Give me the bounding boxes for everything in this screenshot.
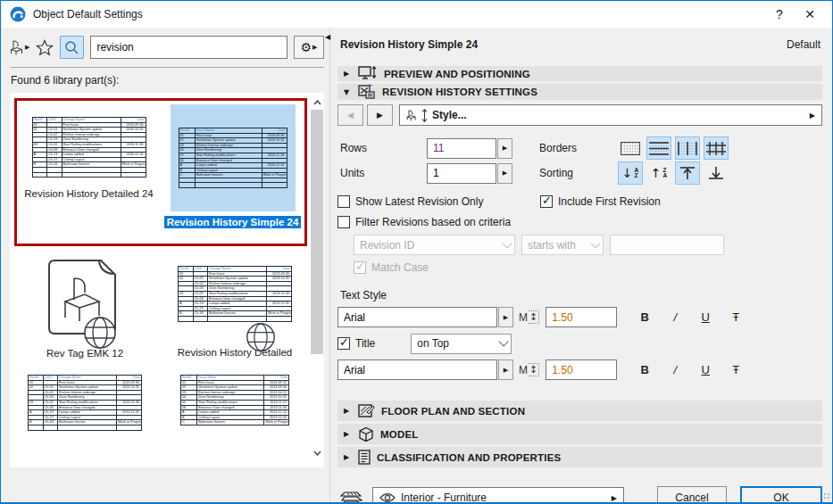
title-font-name-input[interactable] [337, 359, 497, 380]
scrollbar-thumb[interactable] [311, 110, 323, 354]
sort-ascending-button[interactable]: ↑ZA [646, 161, 671, 185]
section-classification-and-properties[interactable]: ▶ CLASSIFICATION AND PROPERTIES [337, 447, 822, 467]
layer-select[interactable]: Interior - Furniture ▶ [372, 487, 624, 504]
font-height-icon: M↕ [519, 310, 539, 324]
panel-splitter[interactable]: ◀ [324, 28, 332, 503]
arrow-to-bottom-icon [707, 165, 725, 181]
filter-revisions-label: Filter Revisions based on criteria [355, 216, 511, 228]
show-latest-revision-label: Show Latest Revision Only [355, 195, 483, 208]
rows-spinner-button[interactable]: ▶ [497, 138, 512, 159]
title-bold-button[interactable]: B [629, 363, 660, 376]
library-item-partial-simple[interactable]: RevIDIssue NameDate01First Issue2013.09.… [160, 375, 310, 431]
default-object-button[interactable]: ▶ [10, 36, 29, 59]
chevron-down-icon [499, 336, 509, 346]
title-font-picker-button[interactable]: ▶ [498, 359, 513, 380]
title-underline-button[interactable]: U [690, 363, 721, 376]
library-item-rev-tag-emk-12[interactable]: Rev Tag EMK 12 [10, 259, 160, 359]
underline-button[interactable]: U [690, 310, 721, 324]
match-case-checkbox[interactable] [354, 261, 366, 274]
library-panel: ▶ ⚙ ▶ [1, 28, 324, 503]
close-button[interactable]: ✕ [795, 7, 825, 21]
archicad-logo-icon [10, 6, 26, 22]
previous-page-button[interactable]: ◀ [337, 104, 363, 126]
filter-criteria-select[interactable]: Revision ID [354, 235, 515, 255]
library-item-partial-detailed[interactable]: RevIDChIDChange NameDate01 First Issue20… [10, 375, 160, 431]
library-item-revision-history-simple-24[interactable]: RevIDIssue NameDate01First Issue2016.09.… [161, 101, 304, 244]
cube-icon [358, 426, 374, 442]
sort-az-icon: ↓AZ [622, 167, 638, 179]
help-button[interactable]: ? [764, 7, 795, 21]
include-first-revision-checkbox[interactable] [540, 195, 553, 208]
units-spinner-button[interactable]: ▶ [497, 163, 512, 184]
latest-on-bottom-button[interactable] [704, 161, 729, 185]
part-caption: Revision History Simple 24 [164, 216, 302, 228]
flyout-arrow-icon: ▶ [25, 44, 29, 51]
grid-borders-button[interactable] [704, 136, 729, 160]
section-model[interactable]: ▶ MODEL [337, 424, 822, 444]
globe-icon [83, 316, 117, 350]
search-options-button[interactable]: ⚙ ▶ [294, 36, 324, 59]
ok-button[interactable]: OK [740, 486, 822, 504]
library-item-revision-history-detailed[interactable]: RevIDChIDChange NameDate01 First Issue20… [160, 259, 310, 359]
sort-descending-button[interactable]: ↓AZ [618, 161, 643, 185]
filter-operator-select[interactable]: starts with [521, 235, 604, 255]
chevron-down-icon [590, 238, 600, 248]
part-caption: Revision History Detailed 24 [21, 187, 155, 200]
title-italic-button[interactable]: / [660, 363, 690, 376]
show-latest-revision-checkbox[interactable] [337, 195, 350, 208]
revision-table-icon [358, 84, 376, 100]
no-borders-button[interactable] [618, 136, 643, 160]
title-position-select[interactable]: on Top [411, 334, 512, 354]
rows-input[interactable] [427, 138, 496, 159]
filter-revisions-checkbox[interactable] [337, 216, 350, 228]
section-revision-history-settings[interactable]: ▼ REVISION HISTORY SETTINGS [337, 84, 822, 100]
floor-plan-icon [358, 403, 375, 418]
title-font-size-input[interactable] [546, 359, 617, 380]
style-dropdown[interactable]: Style... ▶ [399, 104, 822, 126]
favorites-button[interactable] [36, 36, 54, 59]
library-item-revision-history-detailed-24[interactable]: RevIDChIDChange NameDate01 First Issue20… [17, 101, 161, 244]
chevron-down-icon: ▼ [344, 88, 352, 96]
part-thumbnail: RevIDChIDChange NameDate01 First Issue20… [32, 117, 146, 178]
latest-on-top-button[interactable] [675, 161, 700, 185]
units-input[interactable] [427, 163, 496, 184]
title-strikethrough-button[interactable]: Ŧ [721, 363, 751, 376]
chevron-right-icon: ▶ [344, 407, 352, 415]
units-label: Units [337, 167, 427, 179]
scroll-down-icon[interactable] [310, 446, 324, 460]
object-default-settings-dialog: Object Default Settings ? ✕ ▶ [0, 0, 833, 504]
font-size-input[interactable] [546, 307, 617, 327]
cancel-button[interactable]: Cancel [657, 486, 727, 504]
font-picker-button[interactable]: ▶ [498, 307, 513, 327]
monitor-updown-icon [358, 66, 378, 81]
layer-value: Interior - Furniture [401, 492, 606, 504]
horizontal-borders-button[interactable] [646, 136, 671, 160]
include-first-revision-label: Include First Revision [558, 195, 661, 208]
italic-button[interactable]: / [660, 310, 690, 324]
window-title: Object Default Settings [33, 8, 764, 21]
vertical-borders-icon [678, 142, 697, 155]
horizontal-borders-icon [649, 142, 669, 155]
borders-toggle-group [618, 136, 729, 160]
properties-list-icon [358, 450, 371, 465]
title-checkbox[interactable] [337, 337, 350, 350]
section-preview-and-positioning[interactable]: ▶ PREVIEW AND POSITIONING [337, 66, 822, 81]
strikethrough-button[interactable]: Ŧ [721, 310, 751, 324]
scroll-up-icon[interactable] [310, 95, 324, 110]
filter-text-input[interactable] [610, 235, 724, 255]
vertical-borders-button[interactable] [675, 136, 700, 160]
collapse-panel-icon[interactable]: ◀ [325, 33, 330, 41]
borders-label: Borders [539, 142, 618, 154]
selected-part-name: Revision History Simple 24 [340, 38, 478, 51]
list-scrollbar[interactable] [310, 93, 324, 467]
search-mode-button[interactable] [60, 36, 84, 59]
section-floor-plan-and-section[interactable]: ▶ FLOOR PLAN AND SECTION [337, 401, 822, 421]
rows-label: Rows [337, 142, 427, 154]
font-name-input[interactable] [337, 307, 497, 327]
bold-button[interactable]: B [629, 310, 660, 324]
sorting-toggle-group: ↓AZ ↑ZA [618, 161, 729, 185]
search-input[interactable] [90, 36, 287, 59]
settings-panel: Revision History Simple 24 Default ▶ PRE… [332, 28, 832, 503]
resize-grip[interactable] [823, 492, 830, 500]
next-page-button[interactable]: ▶ [367, 104, 393, 126]
